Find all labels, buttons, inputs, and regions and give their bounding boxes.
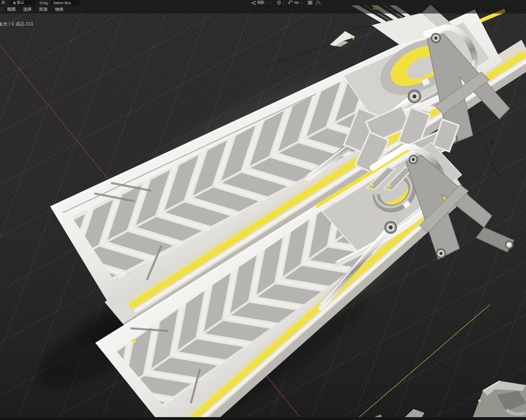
drag-mode-label: Select Box bbox=[53, 1, 71, 5]
orientation-label: 局部 bbox=[257, 0, 264, 5]
status-bar-edge bbox=[0, 417, 526, 420]
menu-view[interactable]: 视图 bbox=[3, 7, 19, 12]
snap-magnet-icon bbox=[288, 0, 293, 5]
falloff-curve-icon[interactable] bbox=[315, 0, 321, 5]
tool-settings-bar: 系: 默认 ⌄ Drag: Select Box ⌄ 局部 ⌄ bbox=[0, 0, 526, 5]
tool-preset-dropdown[interactable]: 默认 ⌄ bbox=[11, 0, 36, 5]
proportional-editing-icon[interactable] bbox=[307, 0, 313, 5]
viewport-3d[interactable]: 集合 | 0 成品.011 bbox=[0, 5, 526, 420]
viewport-menubar: 视图 选择 添加 物体 bbox=[0, 5, 526, 14]
drag-label: Drag: bbox=[39, 1, 48, 5]
menu-add[interactable]: 添加 bbox=[35, 7, 51, 12]
transform-orientation-dropdown[interactable]: 局部 ⌄ bbox=[251, 0, 272, 5]
chevron-down-icon: ⌄ bbox=[269, 1, 272, 4]
blender-window: 系: 默认 ⌄ Drag: Select Box ⌄ 局部 ⌄ bbox=[0, 0, 526, 420]
collection-info-overlay: 集合 | 0 成品.011 bbox=[0, 21, 33, 27]
axis-y-line bbox=[356, 305, 490, 420]
chevron-down-icon: ⌄ bbox=[300, 1, 302, 4]
snap-controls[interactable]: HH ⌄ bbox=[288, 0, 302, 5]
corner-object[interactable] bbox=[472, 381, 526, 420]
glider-object[interactable] bbox=[330, 31, 355, 47]
tool-settings-left-label: 系: bbox=[1, 0, 6, 5]
chevron-down-icon: ⌄ bbox=[282, 1, 284, 4]
menu-object[interactable]: 物体 bbox=[51, 7, 67, 12]
pivot-point-icon bbox=[277, 0, 281, 5]
scene bbox=[0, 5, 526, 420]
drag-mode-dropdown[interactable]: Select Box ⌄ bbox=[51, 0, 79, 5]
tweak-tool-icon bbox=[12, 1, 16, 5]
transform-orientation-icon bbox=[251, 1, 256, 5]
mode-dropdown-stub[interactable] bbox=[0, 7, 3, 12]
snap-target-icon: HH bbox=[294, 1, 299, 4]
menu-select[interactable]: 选择 bbox=[19, 7, 35, 12]
chevron-down-icon: ⌄ bbox=[32, 1, 34, 4]
pivot-point-dropdown[interactable]: ⌄ bbox=[277, 0, 284, 5]
empty-marker[interactable] bbox=[491, 141, 493, 144]
tool-preset-label: 默认 bbox=[17, 0, 25, 5]
chevron-down-icon: ⌄ bbox=[75, 1, 78, 4]
